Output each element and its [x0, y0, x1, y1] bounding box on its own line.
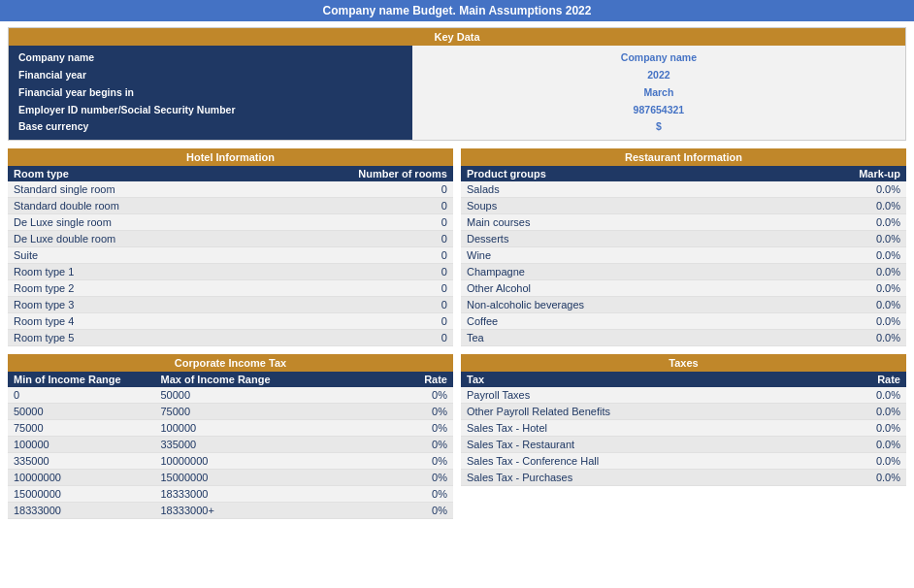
product-cell: Champagne: [461, 264, 772, 279]
table-row: Champagne 0.0%: [461, 264, 906, 280]
min-income-cell: 335000: [8, 453, 154, 469]
col-min-header: Min of Income Range: [8, 372, 154, 387]
key-data-header: Key Data: [9, 28, 905, 46]
max-income-cell: 50000: [154, 387, 333, 403]
rate-cell: 0%: [333, 503, 453, 518]
key-data-value: March: [422, 84, 896, 102]
markup-cell: 0.0%: [772, 264, 906, 279]
key-data-label: Employer ID number/Social Security Numbe…: [18, 102, 403, 119]
col-taxrate-header: Rate: [772, 372, 906, 387]
rate-cell: 0%: [333, 387, 453, 403]
table-row: Room type 2 0: [8, 280, 453, 297]
table-row: Coffee 0.0%: [461, 313, 906, 330]
tax-cell: Sales Tax - Hotel: [461, 420, 772, 436]
table-row: Sales Tax - Hotel 0.0%: [461, 420, 906, 437]
table-row: Room type 4 0: [8, 313, 453, 330]
key-data-label: Financial year begins in: [18, 84, 403, 102]
markup-cell: 0.0%: [772, 231, 906, 246]
taxrate-cell: 0.0%: [772, 437, 906, 452]
col-room-type-header: Room type: [8, 166, 252, 181]
product-cell: Coffee: [461, 313, 772, 329]
tax-cell: Other Payroll Related Benefits: [461, 404, 772, 419]
min-income-cell: 100000: [8, 437, 154, 452]
hotel-info-header: Hotel Information: [8, 148, 453, 166]
hotel-table-body: Standard single room 0 Standard double r…: [8, 181, 453, 346]
room-type-cell: De Luxe double room: [8, 231, 252, 246]
table-row: 335000 10000000 0%: [8, 453, 453, 470]
col-rate-header: Rate: [333, 372, 453, 387]
room-type-cell: Room type 2: [8, 280, 252, 296]
key-data-value: $: [422, 118, 896, 136]
table-row: 18333000 18333000+ 0%: [8, 503, 453, 519]
taxes-table-body: Payroll Taxes 0.0% Other Payroll Related…: [461, 387, 906, 486]
hotel-info-section: Hotel Information Room type Number of ro…: [8, 148, 453, 346]
table-row: 10000000 15000000 0%: [8, 470, 453, 486]
table-row: 100000 335000 0%: [8, 437, 453, 453]
restaurant-info-header: Restaurant Information: [461, 148, 906, 166]
hotel-table-header: Room type Number of rooms: [8, 166, 453, 181]
product-cell: Salads: [461, 181, 772, 197]
table-row: Main courses 0.0%: [461, 214, 906, 231]
max-income-cell: 15000000: [154, 470, 333, 485]
markup-cell: 0.0%: [772, 181, 906, 197]
key-data-values: Company name2022March987654321$: [412, 46, 905, 140]
num-rooms-cell: 0: [252, 297, 453, 312]
product-cell: Non-alcoholic beverages: [461, 297, 772, 312]
key-data-label: Company name: [18, 49, 403, 67]
page-title: Company name Budget. Main Assumptions 20…: [0, 0, 914, 21]
table-row: Wine 0.0%: [461, 247, 906, 264]
product-cell: Desserts: [461, 231, 772, 246]
col-markup-header: Mark-up: [772, 166, 906, 181]
restaurant-table-header: Product groups Mark-up: [461, 166, 906, 181]
max-income-cell: 10000000: [154, 453, 333, 469]
taxes-table-header: Tax Rate: [461, 372, 906, 387]
taxrate-cell: 0.0%: [772, 404, 906, 419]
min-income-cell: 50000: [8, 404, 154, 419]
min-income-cell: 18333000: [8, 503, 154, 518]
key-data-label: Base currency: [18, 118, 403, 136]
col-product-header: Product groups: [461, 166, 772, 181]
room-type-cell: Standard single room: [8, 181, 252, 197]
max-income-cell: 18333000: [154, 486, 333, 502]
table-row: Suite 0: [8, 247, 453, 264]
num-rooms-cell: 0: [252, 247, 453, 263]
num-rooms-cell: 0: [252, 264, 453, 279]
rate-cell: 0%: [333, 420, 453, 436]
table-row: Non-alcoholic beverages 0.0%: [461, 297, 906, 313]
table-row: De Luxe single room 0: [8, 214, 453, 231]
max-income-cell: 18333000+: [154, 503, 333, 518]
col-max-header: Max of Income Range: [154, 372, 333, 387]
num-rooms-cell: 0: [252, 231, 453, 246]
key-data-labels: Company nameFinancial yearFinancial year…: [9, 46, 412, 140]
markup-cell: 0.0%: [772, 313, 906, 329]
markup-cell: 0.0%: [772, 280, 906, 296]
num-rooms-cell: 0: [252, 330, 453, 345]
room-type-cell: Room type 5: [8, 330, 252, 345]
product-cell: Other Alcohol: [461, 280, 772, 296]
rate-cell: 0%: [333, 437, 453, 452]
table-row: De Luxe double room 0: [8, 231, 453, 247]
corporate-tax-section: Corporate Income Tax Min of Income Range…: [8, 354, 453, 519]
table-row: Salads 0.0%: [461, 181, 906, 198]
key-data-value: Company name: [422, 49, 896, 67]
table-row: Sales Tax - Conference Hall 0.0%: [461, 453, 906, 470]
tax-cell: Sales Tax - Conference Hall: [461, 453, 772, 469]
table-row: Room type 3 0: [8, 297, 453, 313]
max-income-cell: 75000: [154, 404, 333, 419]
taxrate-cell: 0.0%: [772, 387, 906, 403]
num-rooms-cell: 0: [252, 198, 453, 213]
taxes-header: Taxes: [461, 354, 906, 372]
num-rooms-cell: 0: [252, 280, 453, 296]
table-row: Payroll Taxes 0.0%: [461, 387, 906, 404]
markup-cell: 0.0%: [772, 297, 906, 312]
bottom-section: Corporate Income Tax Min of Income Range…: [8, 354, 906, 519]
table-row: 15000000 18333000 0%: [8, 486, 453, 503]
num-rooms-cell: 0: [252, 214, 453, 230]
rate-cell: 0%: [333, 486, 453, 502]
col-num-rooms-header: Number of rooms: [252, 166, 453, 181]
table-row: Soups 0.0%: [461, 198, 906, 214]
taxes-section: Taxes Tax Rate Payroll Taxes 0.0% Other …: [461, 354, 906, 519]
table-row: Sales Tax - Restaurant 0.0%: [461, 437, 906, 453]
tax-cell: Payroll Taxes: [461, 387, 772, 403]
table-row: Standard double room 0: [8, 198, 453, 214]
